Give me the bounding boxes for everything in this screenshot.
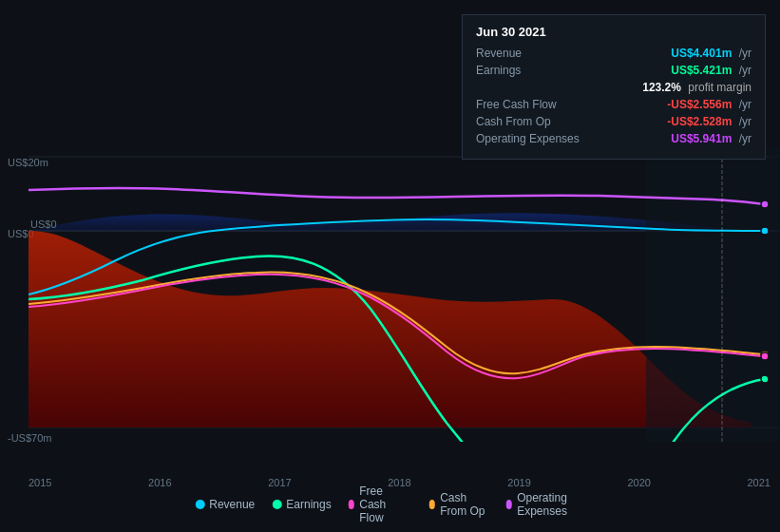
svg-point-10 (761, 352, 769, 360)
tooltip-date: Jun 30 2021 (476, 25, 751, 39)
legend-earnings-dot (272, 500, 281, 509)
tooltip-fcf-label: Free Cash Flow (476, 98, 557, 111)
legend-fcf-dot (349, 500, 355, 509)
tooltip-opex-row: Operating Expenses US$5.941m /yr (476, 132, 751, 145)
tooltip-opex-value: US$5.941m /yr (671, 132, 751, 145)
tooltip-panel: Jun 30 2021 Revenue US$4.401m /yr Earnin… (462, 14, 766, 160)
svg-point-7 (761, 227, 769, 235)
chart-svg: US$0 (29, 147, 779, 442)
x-label-2020: 2020 (627, 477, 650, 488)
svg-text:US$0: US$0 (30, 218, 57, 230)
chart-legend: Revenue Earnings Free Cash Flow Cash Fro… (195, 484, 585, 524)
tooltip-margin-value: 123.2% profit margin (642, 81, 751, 94)
legend-cashop[interactable]: Cash From Op (429, 491, 489, 518)
tooltip-revenue-label: Revenue (476, 47, 522, 60)
legend-earnings-label: Earnings (286, 498, 331, 511)
tooltip-cashop-value: -US$2.528m /yr (667, 115, 751, 128)
tooltip-fcf-value: -US$2.556m /yr (667, 98, 751, 111)
tooltip-earnings-label: Earnings (476, 64, 521, 77)
legend-fcf-label: Free Cash Flow (359, 484, 411, 524)
tooltip-fcf-row: Free Cash Flow -US$2.556m /yr (476, 98, 751, 111)
legend-opex[interactable]: Operating Expenses (506, 491, 585, 518)
legend-cashop-label: Cash From Op (440, 491, 488, 518)
legend-opex-label: Operating Expenses (517, 491, 585, 518)
legend-revenue[interactable]: Revenue (195, 498, 255, 511)
legend-earnings[interactable]: Earnings (272, 498, 331, 511)
x-label-2021: 2021 (747, 477, 770, 488)
svg-rect-3 (646, 147, 779, 442)
tooltip-opex-label: Operating Expenses (476, 132, 580, 145)
x-label-2015: 2015 (29, 477, 51, 488)
svg-point-6 (761, 200, 769, 208)
tooltip-cashop-row: Cash From Op -US$2.528m /yr (476, 115, 751, 128)
legend-revenue-dot (195, 500, 204, 509)
tooltip-revenue-value: US$4.401m /yr (671, 47, 751, 60)
tooltip-earnings-row: Earnings US$5.421m /yr (476, 64, 751, 77)
legend-cashop-dot (429, 500, 436, 509)
x-label-2016: 2016 (148, 477, 171, 488)
legend-fcf[interactable]: Free Cash Flow (349, 484, 412, 524)
legend-revenue-label: Revenue (209, 498, 255, 511)
tooltip-cashop-label: Cash From Op (476, 115, 551, 128)
tooltip-revenue-row: Revenue US$4.401m /yr (476, 47, 751, 60)
legend-opex-dot (506, 500, 513, 509)
svg-point-8 (761, 375, 769, 383)
tooltip-margin-row: 123.2% profit margin (476, 81, 751, 94)
tooltip-earnings-value: US$5.421m /yr (671, 64, 751, 77)
